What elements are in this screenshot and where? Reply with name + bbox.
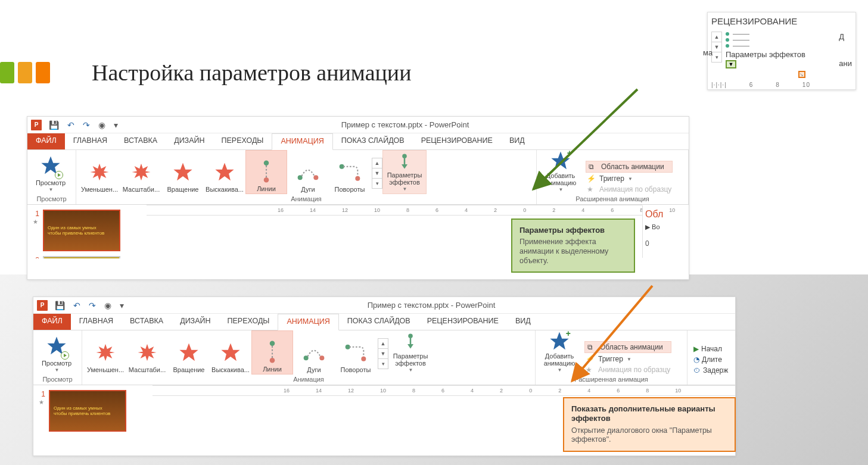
group-label-advanced: Расширенная анимация <box>538 375 685 384</box>
effect-bounce[interactable]: Выскакива... <box>210 330 251 375</box>
tab-animation[interactable]: АНИМАЦИЯ <box>272 133 332 150</box>
gallery-scroll-up[interactable]: ▲ <box>372 158 382 168</box>
preview-button[interactable]: Просмотр▼ <box>30 150 71 194</box>
gallery-more[interactable]: ▾ <box>378 358 388 369</box>
callout-zoom-review: РЕЦЕНЗИРОВАНИЕ ▲ ▼ ▾ Параметры эффектов … <box>707 12 856 90</box>
tab-design[interactable]: ДИЗАЙН <box>166 133 213 149</box>
svg-marker-30 <box>407 344 413 349</box>
svg-marker-17 <box>96 344 114 361</box>
tab-file[interactable]: ФАЙЛ <box>27 133 65 149</box>
dialog-launcher-highlight: ↘ <box>798 71 805 78</box>
effect-lines[interactable]: Линии <box>251 330 293 375</box>
slide-thumbnails-panel: 1★ Один из самых умныхчтобы привлечь кли… <box>27 205 147 258</box>
animation-painter-button[interactable]: ★Анимация по образцу <box>584 365 671 375</box>
gallery-more-icon[interactable]: ▾ <box>711 52 722 63</box>
slide-thumbnails-panel: 1★ Один из самых умныхчтобы привлечь кли… <box>33 385 153 439</box>
effect-arcs[interactable]: Дуги <box>293 330 335 375</box>
callout-ruler: |·|·|·| 6 8 10 <box>711 82 852 88</box>
save-icon[interactable]: 💾 <box>54 301 66 310</box>
tab-transitions[interactable]: ПЕРЕХОДЫ <box>219 314 278 330</box>
page-title: Настройка параметров анимации <box>92 60 412 86</box>
add-animation-button[interactable]: + Добавить анимацию▼ <box>538 330 581 375</box>
timing-duration[interactable]: ◔Длите <box>693 355 728 364</box>
tab-view[interactable]: ВИД <box>501 133 533 149</box>
trigger-button[interactable]: ⚡Триггер▼ <box>586 174 673 183</box>
svg-point-9 <box>313 175 318 180</box>
effect-rotate[interactable]: Вращение <box>168 330 210 375</box>
save-icon[interactable]: 💾 <box>48 120 60 130</box>
timing-start[interactable]: ▶Начал <box>693 345 728 353</box>
qat-customize-icon[interactable]: ▾ <box>113 120 119 130</box>
animation-pane-button[interactable]: ⧉Область анимации <box>586 161 673 173</box>
effect-turns[interactable]: Повороты <box>329 150 371 194</box>
gallery-scroll-up[interactable]: ▲ <box>378 338 388 349</box>
group-label-preview: Просмотр <box>30 194 73 204</box>
tab-slideshow[interactable]: ПОКАЗ СЛАЙДОВ <box>333 133 413 149</box>
gallery-up-icon[interactable]: ▲ <box>711 32 722 42</box>
qat-customize-icon[interactable]: ▾ <box>119 301 125 310</box>
preview-button[interactable]: Просмотр▼ <box>36 330 77 375</box>
tooltip-show-more-effects: Показать дополнительные варианты эффекто… <box>563 397 736 452</box>
trigger-button[interactable]: ⚡Триггер▼ <box>584 354 671 364</box>
slideshow-start-icon[interactable]: ◉ <box>97 120 107 130</box>
group-label-preview: Просмотр <box>36 375 79 384</box>
slide-thumbnail[interactable] <box>43 256 120 258</box>
tab-animation[interactable]: АНИМАЦИЯ <box>278 314 338 330</box>
undo-icon[interactable]: ↶ <box>66 120 76 130</box>
svg-point-27 <box>361 357 366 361</box>
gallery-scroll-down[interactable]: ▼ <box>378 348 388 359</box>
effect-turns[interactable]: Повороты <box>335 330 377 375</box>
tab-view[interactable]: ВИД <box>507 314 539 330</box>
group-label-timing <box>690 375 733 384</box>
effect-shrink[interactable]: Уменьшен... <box>79 150 120 194</box>
add-animation-star-icon: + <box>550 150 571 171</box>
effect-rotate[interactable]: Вращение <box>162 150 204 194</box>
redo-icon[interactable]: ↷ <box>82 120 91 130</box>
svg-point-23 <box>270 358 275 363</box>
animation-pane-button[interactable]: ⧉Область анимации <box>584 341 671 353</box>
gallery-down-icon[interactable]: ▼ <box>711 42 722 52</box>
tab-review[interactable]: РЕЦЕНЗИРОВАНИЕ <box>413 133 501 149</box>
gallery-scroll-down[interactable]: ▼ <box>372 168 382 179</box>
ribbon: Просмотр▼ Просмотр Уменьшен... Масштаби.… <box>33 330 735 385</box>
redo-icon[interactable]: ↷ <box>88 301 97 310</box>
slideshow-start-icon[interactable]: ◉ <box>103 301 113 310</box>
dropdown-highlight: ▼ <box>726 60 736 68</box>
play-badge-icon <box>61 351 69 360</box>
tab-slideshow[interactable]: ПОКАЗ СЛАЙДОВ <box>339 314 419 330</box>
effect-lines[interactable]: Линии <box>245 150 287 194</box>
powerpoint-app-icon: P <box>37 300 48 311</box>
effect-scale[interactable]: Масштаби... <box>126 330 168 375</box>
effect-arcs[interactable]: Дуги <box>287 150 329 194</box>
quick-access-toolbar: P 💾 ↶ ↷ ◉ ▾ Пример с текстом.pptx - Powe… <box>33 297 735 314</box>
effect-options-button[interactable]: Параметры эффектов▼ <box>382 150 427 194</box>
tab-transitions[interactable]: ПЕРЕХОДЫ <box>213 133 272 149</box>
tab-insert[interactable]: ВСТАВКА <box>116 133 166 149</box>
tab-review[interactable]: РЕЦЕНЗИРОВАНИЕ <box>419 314 507 330</box>
add-animation-button[interactable]: + Добавить анимацию▼ <box>539 150 582 194</box>
svg-point-25 <box>319 355 324 360</box>
effect-shrink[interactable]: Уменьшен... <box>85 330 126 375</box>
effect-scale[interactable]: Масштаби... <box>120 150 162 194</box>
animation-painter-button[interactable]: ★Анимация по образцу <box>586 185 673 194</box>
effect-options-button[interactable]: Параметры эффектов▼ <box>388 330 433 375</box>
decoration-block <box>36 62 50 83</box>
undo-icon[interactable]: ↶ <box>72 301 82 310</box>
tab-home[interactable]: ГЛАВНАЯ <box>71 314 122 330</box>
tab-insert[interactable]: ВСТАВКА <box>122 314 172 330</box>
group-label-advanced: Расширенная анимация <box>539 194 686 204</box>
slide-thumbnail[interactable]: Один из самых умныхчтобы привлечь клиент… <box>49 390 126 432</box>
timing-delay[interactable]: ⏲Задерж <box>693 366 728 375</box>
effect-bounce[interactable]: Выскакива... <box>204 150 245 194</box>
tab-design[interactable]: ДИЗАЙН <box>172 314 219 330</box>
effect-options-arrow-icon <box>402 330 419 351</box>
ribbon: Просмотр▼ Просмотр Уменьшен... Масштаби.… <box>27 150 689 205</box>
tab-file[interactable]: ФАЙЛ <box>33 314 71 330</box>
window-title: Пример с текстом.pptx - PowerPoint <box>131 301 732 310</box>
tooltip-body: Открытие диалогового окна "Параметры эфф… <box>571 426 727 445</box>
tab-home[interactable]: ГЛАВНАЯ <box>65 133 116 149</box>
horizontal-ruler: 1614121086420246810 <box>147 205 642 216</box>
slide-thumbnail[interactable]: Один из самых умныхчтобы привлечь клиент… <box>43 210 120 251</box>
svg-marker-1 <box>90 164 108 180</box>
gallery-more[interactable]: ▾ <box>372 178 382 189</box>
